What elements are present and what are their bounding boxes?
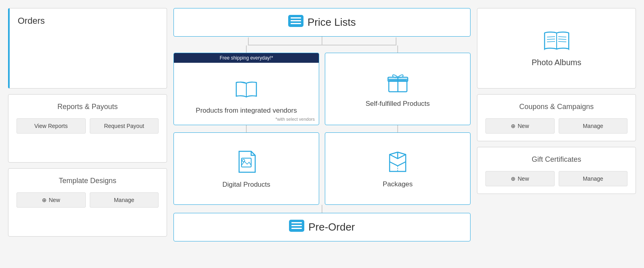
svg-rect-1 <box>291 17 301 19</box>
gift-certificates-card: Gift Certificates ⊕ New Manage <box>477 147 636 194</box>
photo-albums-icon <box>543 30 570 53</box>
center-column: Price Lists Free shipping everyday!* <box>173 8 471 241</box>
integrated-vendors-label: Products from integrated vendors <box>196 107 297 115</box>
bottom-products-row: Digital Products <box>173 132 471 205</box>
svg-line-21 <box>558 37 566 37</box>
price-lists-title: Price Lists <box>308 16 356 29</box>
gift-title: Gift Certificates <box>485 155 627 164</box>
self-fulfilled-inner: Self-fulfilled Products <box>332 61 464 118</box>
svg-line-22 <box>558 39 566 39</box>
gift-new-button[interactable]: ⊕ New <box>485 171 555 186</box>
vendor-banner: Free shipping everyday!* <box>174 53 319 63</box>
packages-card: Packages <box>325 132 471 205</box>
template-designs-title: Template Designs <box>17 177 159 185</box>
photo-albums-card: Photo Albums <box>477 8 636 89</box>
svg-line-20 <box>547 41 555 42</box>
gift-box-icon <box>387 72 409 94</box>
svg-line-19 <box>547 39 555 39</box>
digital-products-card: Digital Products <box>173 132 319 205</box>
gift-btn-row: ⊕ New Manage <box>485 171 627 186</box>
pre-order-icon <box>289 220 304 235</box>
template-btn-row: ⊕ New Manage <box>17 192 159 208</box>
connector-drops <box>173 45 471 53</box>
plus-icon: ⊕ <box>511 175 516 182</box>
vendor-note: *with select vendors <box>275 117 315 122</box>
connector-top <box>173 37 471 45</box>
coupons-title: Coupons & Campaigns <box>485 103 627 111</box>
connector-branch <box>248 45 396 45</box>
svg-rect-14 <box>291 222 302 223</box>
packages-inner: Packages <box>332 141 464 198</box>
top-products-row: Free shipping everyday!* Products from i… <box>173 53 471 125</box>
orders-title: Orders <box>18 16 159 26</box>
self-fulfilled-card: Self-fulfilled Products <box>325 53 471 125</box>
reports-payouts-card: Reports & Payouts View Reports Request P… <box>8 94 167 163</box>
template-new-button[interactable]: ⊕ New <box>17 192 86 208</box>
coupons-new-button[interactable]: ⊕ New <box>485 118 555 134</box>
svg-line-23 <box>558 41 566 42</box>
view-reports-button[interactable]: View Reports <box>17 118 86 134</box>
self-fulfilled-label: Self-fulfilled Products <box>365 100 430 108</box>
digital-products-inner: Digital Products <box>180 141 312 198</box>
pre-order-header: Pre-Order <box>180 220 464 235</box>
connector-bottom <box>173 205 471 213</box>
pre-order-card: Pre-Order <box>173 213 471 241</box>
packages-box-icon <box>386 150 409 175</box>
plus-icon: ⊕ <box>42 197 47 203</box>
svg-rect-2 <box>291 20 301 21</box>
price-lists-card: Price Lists <box>173 8 471 37</box>
open-book-icon <box>234 79 258 101</box>
template-designs-card: Template Designs ⊕ New Manage <box>8 168 167 237</box>
price-lists-icon <box>288 15 303 30</box>
request-payout-button[interactable]: Request Payout <box>90 118 159 134</box>
gift-manage-button[interactable]: Manage <box>559 171 628 186</box>
left-column: Orders Reports & Payouts View Reports Re… <box>8 8 167 241</box>
reports-btn-row: View Reports Request Payout <box>17 118 159 134</box>
svg-rect-15 <box>291 225 302 226</box>
digital-products-label: Digital Products <box>222 181 270 189</box>
svg-rect-16 <box>291 228 302 229</box>
right-column: Photo Albums Coupons & Campaigns ⊕ New M… <box>477 8 636 241</box>
pre-order-title: Pre-Order <box>308 221 355 233</box>
connector-mid <box>173 125 471 132</box>
packages-label: Packages <box>383 180 413 188</box>
photo-albums-title: Photo Albums <box>532 58 581 67</box>
template-manage-button[interactable]: Manage <box>90 192 159 208</box>
coupons-btn-row: ⊕ New Manage <box>485 118 627 134</box>
integrated-vendors-inner: Products from integrated vendors *with s… <box>180 68 312 125</box>
price-lists-header: Price Lists <box>180 15 464 30</box>
coupons-manage-button[interactable]: Manage <box>559 118 628 134</box>
integrated-vendors-card: Free shipping everyday!* Products from i… <box>173 53 319 125</box>
reports-title: Reports & Payouts <box>17 103 159 111</box>
orders-card: Orders <box>8 8 167 89</box>
coupons-card: Coupons & Campaigns ⊕ New Manage <box>477 94 636 141</box>
svg-rect-3 <box>291 23 301 24</box>
plus-icon: ⊕ <box>511 123 516 129</box>
svg-line-18 <box>547 37 555 37</box>
digital-file-icon <box>236 150 257 175</box>
